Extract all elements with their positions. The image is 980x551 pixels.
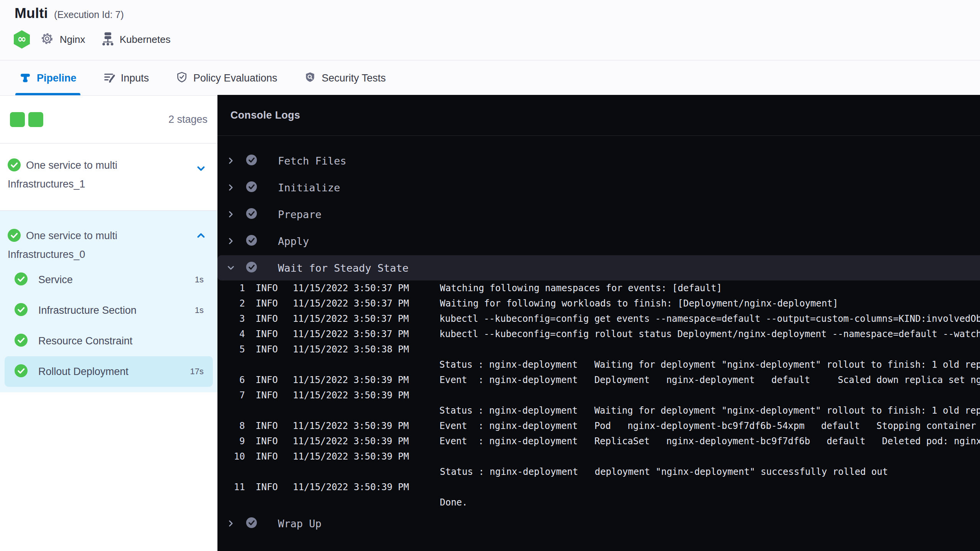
log-line-number: 3 [217,313,245,324]
log-line-number: 11 [217,482,245,492]
log-section-label: Prepare [278,209,322,220]
step-row-rollout-deployment[interactable]: Rollout Deployment 17s [5,356,213,387]
console-log-row: 8 INFO 11/15/2022 3:50:39 PM Event : ngi… [217,418,980,434]
step-success-icon [246,154,257,167]
log-message: Waiting for following workloads to finis… [440,298,980,309]
chevron-right-icon[interactable] [226,209,236,219]
tab-pipeline-label: Pipeline [37,72,77,84]
inputs-icon [103,71,116,85]
stage-status-squares [10,112,43,127]
tab-inputs[interactable]: Inputs [100,60,153,96]
console-log-row: Status : nginx-deployment Waiting for de… [217,357,980,372]
step-label: Resource Constraint [38,335,132,347]
shield-check-icon [176,71,188,85]
log-timestamp: 11/15/2022 3:50:37 PM [293,329,409,339]
stage-status-square-2[interactable] [28,112,43,127]
console-log-row: 10 INFO 11/15/2022 3:50:39 PM [217,449,980,464]
stage-status-square-1[interactable] [10,112,25,127]
steps-list: Service 1s Infrastructure Section 1s Res… [0,264,217,387]
gear-icon [40,31,54,47]
pipeline-icon [19,71,31,85]
tab-security-tests-label: Security Tests [322,72,386,84]
log-section-label: Fetch Files [278,155,346,167]
chevron-down-icon[interactable] [226,264,236,272]
success-check-icon [8,158,21,176]
console-log-row: 6 INFO 11/15/2022 3:50:39 PM Event : ngi… [217,372,980,388]
log-section-prepare[interactable]: Prepare [217,201,980,228]
log-level: INFO [256,344,278,355]
console-log-row: 2 INFO 11/15/2022 3:50:37 PM Waiting for… [217,296,980,311]
entity-row: ∞ Nginx [13,30,170,49]
chevron-down-icon[interactable] [195,163,207,176]
log-line-number: 8 [217,421,245,431]
stage-row-infrastructures-1[interactable]: One service to multi Infrastructures_1 [0,143,217,211]
log-section-initialize[interactable]: Initialize [217,174,980,201]
log-timestamp: 11/15/2022 3:50:39 PM [293,421,409,431]
execution-id: (Execution Id: 7) [54,9,124,20]
chevron-right-icon[interactable] [226,156,236,166]
log-section-label: Wait for Steady State [278,262,408,274]
step-row-infrastructure-section[interactable]: Infrastructure Section 1s [5,295,213,326]
step-row-resource-constraint[interactable]: Resource Constraint [5,326,213,356]
log-level: INFO [256,482,278,492]
chevron-up-icon[interactable] [195,230,207,243]
console-log-row: 1 INFO 11/15/2022 3:50:37 PM Watching fo… [217,280,980,296]
step-success-icon [246,181,257,194]
log-message: Event : nginx-deployment Pod nginx-deplo… [439,421,980,431]
chevron-right-icon[interactable] [226,518,236,528]
console-log-row: Status : nginx-deployment deployment "ng… [217,464,980,479]
log-message: Status : nginx-deployment Waiting for de… [439,359,980,370]
log-level: INFO [256,283,278,293]
console-title: Console Logs [230,109,300,121]
console-log-row: Status : nginx-deployment Waiting for de… [217,403,980,418]
log-section-label: Initialize [278,182,340,194]
tab-security-tests[interactable]: Security Tests [300,60,390,96]
chevron-right-icon[interactable] [226,183,236,192]
tab-policy-evaluations[interactable]: Policy Evaluations [172,60,281,96]
log-line-number: 5 [217,344,245,355]
log-timestamp: 11/15/2022 3:50:39 PM [293,451,409,462]
log-line-number: 4 [217,329,245,339]
log-line-number: 10 [217,451,245,462]
log-level: INFO [256,298,278,309]
stages-summary: 2 stages [0,96,217,143]
log-section-apply[interactable]: Apply [217,228,980,254]
page-title: Multi [15,5,48,21]
log-message: kubectl --kubeconfig=config rollout stat… [439,329,980,339]
page-header: Multi (Execution Id: 7) ∞ Nginx [0,0,980,60]
stage-row-infrastructures-0[interactable]: One service to multi Infrastructures_0 [0,211,217,264]
step-success-icon [246,517,257,530]
tab-pipeline[interactable]: Pipeline [15,60,80,96]
svg-text:∞: ∞ [17,33,26,45]
success-check-icon [8,229,21,246]
success-check-icon [15,364,28,379]
tab-policy-evaluations-label: Policy Evaluations [193,72,277,84]
step-label: Infrastructure Section [38,305,137,316]
log-level: INFO [256,421,278,431]
step-duration: 1s [195,305,204,315]
console-log-row: 4 INFO 11/15/2022 3:50:37 PM kubectl --k… [217,326,980,342]
log-section-label: Wrap Up [278,518,322,530]
log-section-fetch-files[interactable]: Fetch Files [217,147,980,174]
log-message: Event : nginx-deployment ReplicaSet ngin… [439,436,980,447]
step-row-service[interactable]: Service 1s [5,264,213,295]
title-row: Multi (Execution Id: 7) [15,5,124,21]
log-section-wrap-up[interactable]: Wrap Up [217,510,980,537]
log-message: Done. [440,497,980,508]
log-level: INFO [256,313,278,324]
console-logs-panel: Console Logs Fetch Files Initialize Prep… [217,95,980,551]
step-success-icon [246,208,257,221]
log-timestamp: 11/15/2022 3:50:39 PM [293,390,409,401]
step-label: Service [38,274,73,286]
harness-cd-icon: ∞ [13,30,31,49]
log-timestamp: 11/15/2022 3:50:37 PM [293,298,409,309]
log-section-label: Apply [278,235,309,247]
success-check-icon [15,272,28,287]
service-name[interactable]: Nginx [60,34,85,46]
chevron-right-icon[interactable] [226,236,236,246]
step-success-icon [246,261,257,274]
stages-sidebar: 2 stages One service to multi Infrastruc… [0,96,217,551]
infrastructure-name[interactable]: Kubernetes [119,34,170,46]
log-section-wait-for-steady-state[interactable]: Wait for Steady State [217,255,980,280]
stage-count-label: 2 stages [168,114,207,126]
